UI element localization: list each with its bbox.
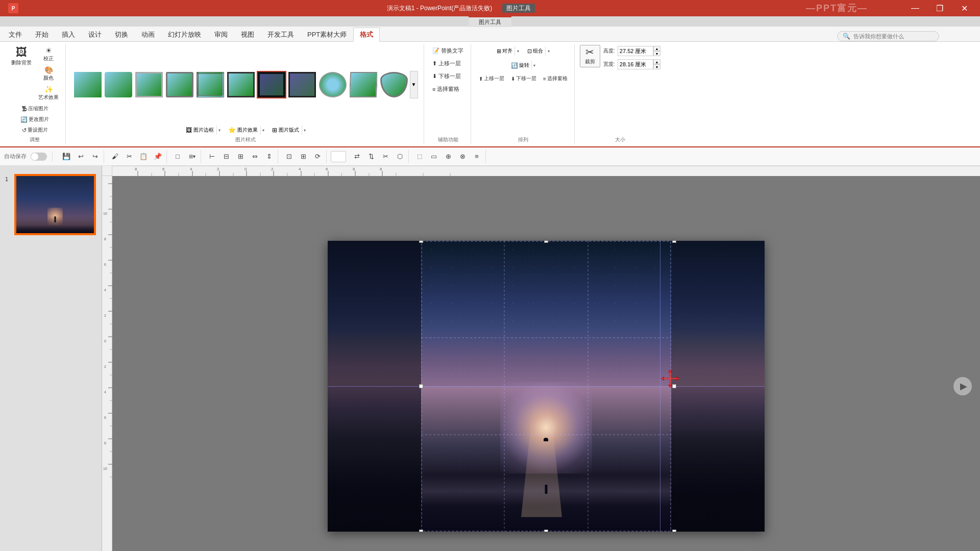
tab-slideshow[interactable]: 幻灯片放映 [161, 27, 208, 41]
tab-format[interactable]: 格式 [353, 28, 380, 42]
group-objects-btn[interactable]: ⊡ [282, 150, 296, 163]
align-left-btn[interactable]: ⊢ [205, 150, 218, 163]
svg-text:6: 6 [162, 167, 165, 171]
color-btn[interactable]: 🎨 颜色 [36, 64, 61, 83]
group-btn[interactable]: ⊡组合 ▾ [524, 45, 553, 57]
search-box[interactable]: 🔍 [837, 31, 939, 41]
freeform-btn[interactable]: ⬡ [393, 150, 406, 163]
flip-v-btn[interactable]: ⇅ [364, 150, 378, 163]
send-backward-btn[interactable]: ⬇下移一层 [508, 73, 539, 84]
auxiliary-group: 📝替换文字 ⬆上移一层 ⬇下移一层 ≡选择窗格 辅助功能 [425, 44, 471, 144]
style-11[interactable] [379, 71, 409, 98]
redo-btn[interactable]: ↪ [88, 150, 102, 163]
width-down-btn[interactable]: ▼ [653, 64, 660, 69]
svg-text:6: 6 [104, 263, 106, 266]
tab-developer[interactable]: 开发工具 [261, 27, 301, 41]
crop-toolbar-btn[interactable]: ✂ [379, 150, 392, 163]
shadow-btn[interactable]: ⬚ [413, 150, 426, 163]
style-4[interactable] [165, 71, 194, 98]
misc-btn3[interactable]: ≡ [470, 150, 483, 163]
style-1[interactable] [73, 71, 103, 98]
style-10[interactable] [349, 71, 378, 98]
distribute-btn[interactable]: ⊞ [234, 150, 247, 163]
tab-design[interactable]: 设计 [82, 27, 108, 41]
style-2[interactable] [104, 71, 133, 98]
copy-btn[interactable]: 📋 [137, 150, 150, 163]
height-input[interactable] [618, 46, 653, 56]
move-down-layer-btn[interactable]: ⬇下移一层 [429, 70, 464, 82]
style-3[interactable] [134, 71, 164, 98]
equal-height-btn[interactable]: ⇕ [262, 150, 276, 163]
close-btn[interactable]: ✕ [952, 0, 976, 16]
restore-btn[interactable]: ❐ [928, 0, 951, 16]
tab-view[interactable]: 视图 [234, 27, 261, 41]
equal-width-btn[interactable]: ⇔ [248, 150, 261, 163]
picture-effect-btn[interactable]: ⭐ 图片效果 ▾ [225, 125, 267, 135]
width-input[interactable] [618, 59, 653, 69]
height-up-btn[interactable]: ▲ [653, 46, 660, 51]
tab-transition[interactable]: 切换 [108, 27, 135, 41]
style-6[interactable] [226, 71, 256, 98]
reset-img-btn[interactable]: ↺重设图片 [19, 125, 51, 135]
move-up-layer-btn[interactable]: ⬆上移一层 [429, 58, 464, 69]
playback-btn[interactable]: ▶ [953, 377, 972, 395]
select-pane-btn2[interactable]: ≡选择窗格 [429, 83, 462, 95]
svg-text:6: 6 [104, 416, 106, 419]
more-shapes-btn[interactable]: ⊞▾ [185, 150, 199, 163]
style-7[interactable] [257, 71, 286, 98]
align-center-btn[interactable]: ⊟ [219, 150, 233, 163]
align-btn[interactable]: ⊞对齐 ▾ [493, 45, 522, 57]
flip-h-btn[interactable]: ⇄ [350, 150, 363, 163]
border-btn[interactable]: ▭ [427, 150, 440, 163]
tab-insert[interactable]: 插入 [55, 27, 82, 41]
misc-btn1[interactable]: ⊕ [442, 150, 455, 163]
remove-bg-btn[interactable]: 🖼 删除背景 [8, 45, 35, 103]
svg-text:2: 2 [104, 365, 106, 368]
undo-btn[interactable]: ↩ [74, 150, 87, 163]
svg-text:4: 4 [299, 167, 301, 171]
ungroup-btn[interactable]: ⊞ [297, 150, 310, 163]
adjust-group: 🖼 删除背景 ☀ 校正 🎨 颜色 ✨ [4, 44, 66, 144]
compress-img-btn[interactable]: 🗜压缩图片 [19, 104, 51, 114]
insert-shape-btn[interactable]: □ [171, 150, 184, 163]
tab-review[interactable]: 审阅 [208, 27, 234, 41]
canvas-container: 8 6 4 2 0 2 4 6 8 [102, 166, 980, 551]
correct-btn[interactable]: ☀ 校正 [36, 45, 61, 64]
svg-text:8: 8 [380, 167, 382, 171]
tab-file[interactable]: 文件 [2, 27, 29, 41]
slide-thumbnail-container: 1 [14, 174, 97, 235]
ribbon: 图片工具 文件 开始 插入 设计 切换 动画 幻灯片放映 审阅 视图 开发工具 … [0, 16, 980, 147]
tab-ppt-material[interactable]: PPT素材大师 [301, 27, 353, 41]
style-5[interactable] [195, 71, 225, 98]
picture-border-btn[interactable]: 🖼 图片边框 ▾ [183, 125, 223, 135]
rotate-toolbar-btn[interactable]: ⟳ [311, 150, 324, 163]
replace-text-btn[interactable]: 📝替换文字 [429, 45, 467, 57]
change-img-btn[interactable]: 🔄更改图片 [18, 114, 52, 124]
art-effect-btn[interactable]: ✨ 艺术效果 [36, 84, 61, 103]
style-gallery [73, 71, 409, 98]
save-btn[interactable]: 💾 [60, 150, 73, 163]
minimize-btn[interactable]: — [903, 0, 927, 16]
svg-text:2: 2 [217, 167, 219, 171]
color-selector[interactable] [331, 151, 346, 162]
width-up-btn[interactable]: ▲ [653, 59, 660, 64]
title-bar: P 演示文稿1 - PowerPoint(产品激活失败) 图片工具 —PPT富元… [0, 0, 980, 16]
select-pane-btn[interactable]: ≡选择窗格 [541, 73, 570, 84]
slide-1-thumb[interactable] [14, 174, 96, 235]
rotate-btn[interactable]: 🔃旋转 ▾ [507, 59, 539, 71]
crop-btn[interactable]: ✂ 裁剪 [580, 45, 600, 67]
autosave-toggle[interactable] [31, 153, 47, 161]
format-painter-btn[interactable]: 🖌 [108, 150, 121, 163]
tab-start[interactable]: 开始 [29, 27, 55, 41]
picture-layout-btn[interactable]: ⊞ 图片版式 ▾ [269, 125, 308, 135]
paste-btn[interactable]: 📌 [151, 150, 164, 163]
height-down-btn[interactable]: ▼ [653, 51, 660, 56]
misc-btn2[interactable]: ⊗ [456, 150, 469, 163]
bring-forward-btn[interactable]: ⬆上移一层 [476, 73, 507, 84]
style-8[interactable] [287, 71, 317, 98]
style-scroll-down[interactable]: ▼ [410, 71, 418, 98]
search-input[interactable] [853, 33, 930, 39]
style-9[interactable] [318, 71, 348, 98]
cut-btn[interactable]: ✂ [122, 150, 136, 163]
tab-animation[interactable]: 动画 [135, 27, 161, 41]
